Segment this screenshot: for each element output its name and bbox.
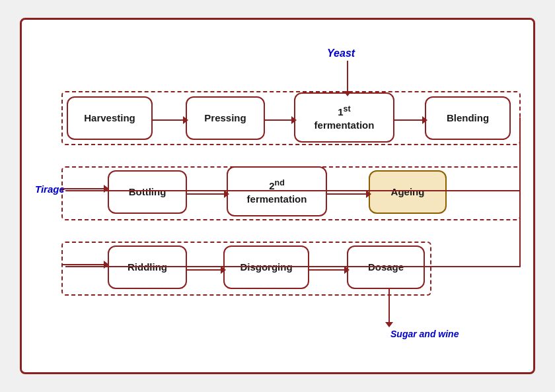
node-disgorging: Disgorging [223,245,309,289]
node-ageing: Ageing [369,170,447,214]
label-yeast: Yeast [327,48,355,59]
arrow-sugar-up [385,289,393,327]
node-harvesting: Harvesting [67,96,153,140]
node-dosage: Dosage [347,245,425,289]
arrow-bot-f2 [187,190,229,198]
diagram-container: Harvesting Pressing 1stfermentation Blen… [20,18,535,374]
node-bottling: Bottling [108,170,187,214]
connector-r1-r2-vert [519,117,521,191]
label-sugar-wine: Sugar and wine [390,329,459,339]
connector-r2-r3-vert [519,190,521,267]
node-pressing: Pressing [186,96,265,140]
arrow-yeast-down [344,61,352,96]
node-first-fermentation: 1stfermentation [294,92,394,143]
connector-r1-r2-horiz [65,190,519,191]
arrow-p-f1 [265,116,297,124]
node-riddling: Riddling [108,245,187,289]
arrow-into-riddling [61,261,109,269]
arrow-h-p [153,116,188,124]
node-blending: Blending [425,96,511,140]
connector-r2-r3-horiz [65,266,519,267]
arrow-dis-dos [309,266,350,274]
arrow-f2-age [327,190,371,198]
arrow-f1-b [394,116,427,124]
arrow-into-bottling [61,185,109,193]
arrow-rid-dis [187,266,226,274]
label-tirage: Tirage [35,183,65,195]
node-second-fermentation: 2ndfermentation [227,166,327,216]
